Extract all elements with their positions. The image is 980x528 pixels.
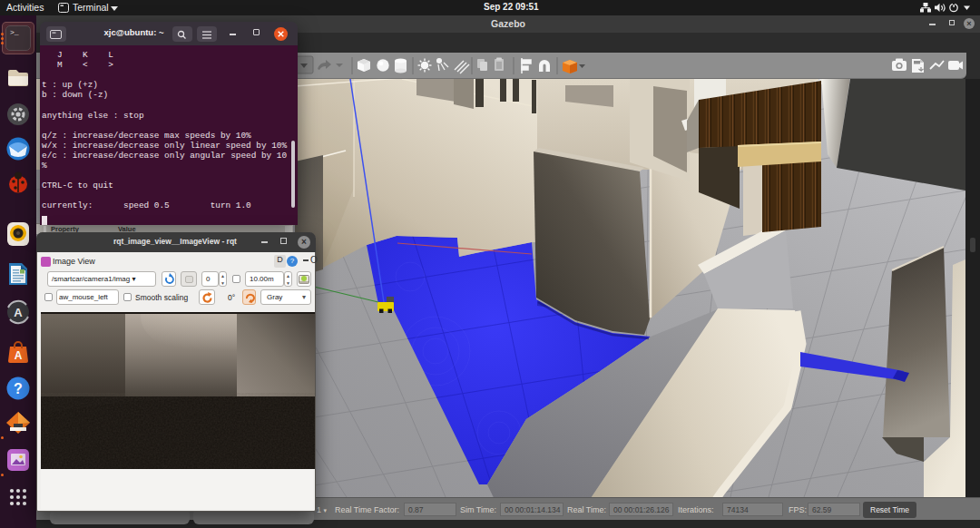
svg-text:A: A bbox=[15, 349, 23, 362]
svg-text:A: A bbox=[14, 306, 23, 319]
svg-text:?: ? bbox=[14, 381, 23, 396]
